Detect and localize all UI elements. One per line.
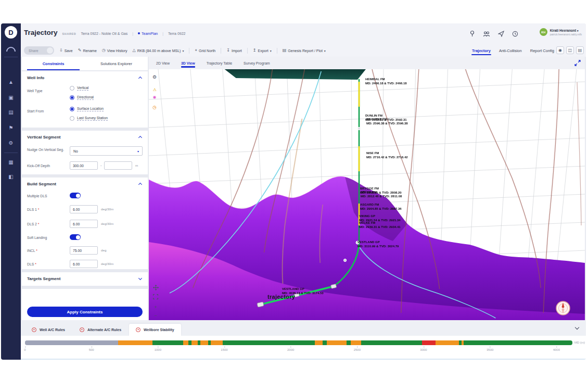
dls2-input[interactable] [70,220,98,228]
radio-last-survey-station[interactable]: Last Survey Station [70,116,108,121]
share-toggle[interactable]: Share [24,46,54,55]
targets-flag-icon[interactable]: ⚑ [1,124,21,132]
incl-input[interactable] [70,246,98,255]
dls-label: DLS * [27,262,36,267]
announcements-icon[interactable]: ◧ [1,173,21,181]
location-pin-icon[interactable] [469,30,475,37]
breadcrumb-team[interactable]: TeamPlan [138,32,158,35]
wells-list-icon[interactable]: ▤ [1,109,21,116]
scene-warning-icon[interactable]: ⚠ [149,87,160,93]
3d-canvas[interactable]: HEIMDAL FMMD: 2466.18 & TVD: 2466.18DUNL… [149,69,585,320]
nudge-label: Nudge On Vertical Seg. [27,147,67,152]
collapse-chevron-icon[interactable] [138,183,142,186]
zoom-in-button[interactable]: + [152,303,159,311]
multiple-dls-toggle[interactable] [70,193,81,198]
expand-chevron-icon[interactable] [138,276,142,280]
view-history-button[interactable]: ◷View History [102,48,127,53]
apply-constraints-button[interactable]: Apply Constraints [27,307,143,317]
tab-report-config[interactable]: Report Config [530,45,555,56]
user-name: Kirati Heeranont ▾ [550,29,582,33]
tab-survey-program[interactable]: Survey Program [242,58,271,68]
tab-wellbore-stability[interactable]: × Wellbore Stability [129,324,181,336]
toolbar-separator [189,48,189,54]
save-button[interactable]: ⇩Save [59,48,73,53]
radio-vertical[interactable]: Vertical [70,86,88,91]
grid-north-button[interactable]: ⌖Grid North [195,48,215,53]
scene-clock-icon[interactable]: ◷ [149,105,160,110]
orientation-compass[interactable] [555,300,571,316]
toolbar: Share ⇩Save ✎Rename ◷View History △RKB (… [21,44,586,57]
monitor-icon[interactable]: ▦ [1,159,21,166]
content: Constraints Solutions Explorer Well Info… [21,57,586,320]
dls-input[interactable] [70,260,98,268]
formation-label: NISE FMMD: 2716.42 & TVD: 2716.42 [366,151,408,159]
dls1-input[interactable] [70,205,98,213]
kickoff-depth-max-input[interactable] [104,161,132,170]
tab-trajectory-table[interactable]: Trajectory Table [206,58,233,68]
scene-settings-gear-icon[interactable]: ⚙ [149,74,160,80]
nudge-select[interactable]: No ▾ [70,146,143,156]
save-icon: ⇩ [59,48,63,53]
app-logo[interactable]: D [5,26,17,39]
section-title: Targets Segment [27,276,60,281]
layout-panels-button[interactable]: ◫ [566,46,574,54]
apply-section: Apply Constraints [22,289,148,320]
scene-wellbore-icon[interactable]: ◉ [149,94,160,100]
fullscreen-icon[interactable] [574,60,581,66]
export-icon: ↥ [253,48,257,53]
rename-button[interactable]: ✎Rename [78,48,97,53]
collapse-chevron-icon[interactable] [138,77,142,80]
settings-gear-icon[interactable]: ⚙ [1,140,21,147]
zoom-out-button[interactable]: − [152,312,159,319]
tips-lamp-button[interactable]: ◉ [556,46,564,54]
dashboard-arc-icon[interactable] [6,46,16,53]
mode-tabs: Trajectory Anti-Collision Report Config [471,44,555,57]
toolbar-separator [277,48,277,54]
pan-tool-icon[interactable] [152,284,159,291]
tab-well-ac-rules[interactable]: × Well A/C Rules [25,324,72,336]
history-clock-icon[interactable] [512,31,518,37]
depth-bar[interactable] [25,340,572,345]
tab-alternate-ac-rules[interactable]: × Alternate A/C Rules [73,324,128,336]
trajectory-label: trajectory [267,294,295,300]
tab-solutions-explorer[interactable]: Solutions Explorer [85,57,148,70]
kickoff-depth-input[interactable] [70,161,98,170]
soft-landing-toggle[interactable] [70,234,81,240]
radio-surface-location[interactable]: Surface Location [70,107,104,111]
toolbar-buttons: ⇩Save ✎Rename ◷View History △RKB (84.00 … [59,44,326,57]
fit-view-icon[interactable] [152,293,159,300]
collapse-chevron-icon[interactable] [138,136,142,140]
breadcrumb-plan[interactable]: Terra 0922 [168,32,185,35]
breadcrumb-project[interactable]: Terra 0922 - Noble Oil & Gas [81,32,127,35]
depth-tick: 2500 [354,346,361,351]
north-arrow-icon[interactable]: ▲ [1,79,21,86]
import-icon: ↧ [226,48,230,53]
depth-tick: 1500 [221,346,227,351]
export-dropdown[interactable]: ↥Export▾ [253,48,272,53]
rkb-dropdown[interactable]: △RKB (84.00 m above MSL)▾ [133,48,184,53]
tab-3d-view[interactable]: 3D View [180,58,196,68]
tab-trajectory[interactable]: Trajectory [471,45,491,56]
soft-landing-label: Soft Landing [27,235,47,240]
send-cursor-icon[interactable] [498,31,504,37]
tab-constraints[interactable]: Constraints [22,57,85,70]
depth-segment [436,340,459,345]
caret-down-icon: ▾ [137,149,139,153]
notes-document-button[interactable]: ▤ [576,46,584,54]
user-menu[interactable]: KH Kirati Heeranont ▾ patrick.heeranont.… [540,28,582,36]
user-subtitle: patrick.heeranont.nably.mfb [550,33,582,36]
shared-badge: SHARED [62,32,76,35]
tab-2d-view[interactable]: 2D View [155,58,171,68]
genesis-report-dropdown[interactable]: ▤Genesis Report / Plot▾ [283,48,326,53]
radio-directional[interactable]: Directional [70,95,94,100]
import-button[interactable]: ↧Import [226,48,242,53]
edit-panel-icon[interactable]: ▣ [1,94,21,102]
rules-tabs: × Well A/C Rules × Alternate A/C Rules ×… [25,324,181,336]
depth-segment [183,340,188,345]
tab-anti-collision[interactable]: Anti-Collision [498,45,522,56]
rkb-icon: △ [133,48,136,53]
page-title: Trajectory [24,29,58,36]
collaborators-icon[interactable] [483,31,490,37]
depth-segment [323,340,327,345]
collapse-panel-chevron-icon[interactable] [575,325,579,330]
